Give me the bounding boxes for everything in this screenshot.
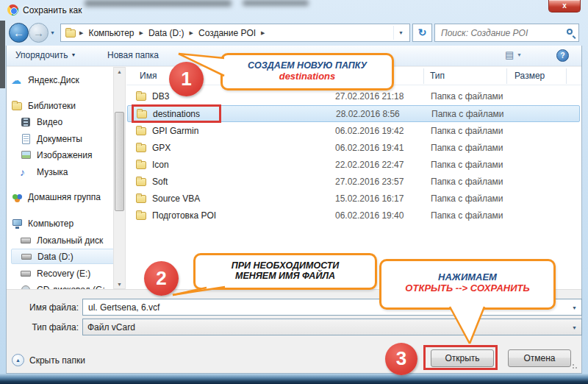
file-row-podgotovka-poi[interactable]: Подготовка POI06.02.2016 19:40Папка с фа…	[127, 207, 580, 224]
title-bar: Сохранить как x	[0, 0, 588, 21]
sidebar-item-data-d[interactable]: Data (D:)	[11, 249, 117, 264]
help-button[interactable]: ?	[556, 49, 569, 62]
folder-icon	[135, 142, 148, 154]
folder-icon	[135, 210, 148, 221]
sidebar-item-video[interactable]: Видео	[20, 114, 126, 129]
breadcrumb-sozdanie-poi[interactable]: Создание POI	[196, 28, 259, 38]
search-input[interactable]	[440, 26, 557, 39]
new-folder-button[interactable]: Новая папка	[107, 50, 159, 60]
navigation-pane: ☁Яндекс.Диск Библиотеки Видео Документы …	[7, 67, 126, 289]
navigation-bar: ← → ▼ ▶ Компьютер ▶ Data (D:) ▶ Создание…	[0, 21, 588, 46]
window-title: Сохранить как	[23, 5, 82, 15]
close-button[interactable]: x	[548, 0, 581, 13]
resize-grip[interactable]	[572, 363, 579, 371]
filename-label: Имя файла:	[8, 302, 79, 313]
organize-button[interactable]: Упорядочить▼	[15, 50, 76, 60]
annotation-callout-rename-file: ПРИ НЕОБХОДИМОСТИ МЕНЯЕМ ИМЯ ФАЙЛА	[193, 253, 377, 290]
sidebar-item-documents[interactable]: Документы	[20, 131, 126, 146]
cd-icon	[20, 284, 32, 290]
column-header-name[interactable]: Имя	[140, 71, 157, 81]
filetype-dropdown[interactable]: Файл vCard ▼	[82, 319, 582, 335]
folder-icon	[135, 193, 148, 205]
file-row-gpi-garmin[interactable]: GPI Garmin06.02.2016 19:42Папка с файлам…	[127, 123, 580, 140]
window-bottom-border	[0, 374, 588, 384]
file-row-source-vba[interactable]: Source VBA15.02.2016 16:17Папка с файлам…	[127, 191, 580, 207]
annotation-step-3: 3	[385, 343, 417, 375]
document-icon	[20, 133, 32, 145]
annotation-callout-press-open: НАЖИМАЕМ ОТКРЫТЬ --> СОХРАНИТЬ	[379, 259, 556, 310]
breadcrumb-separator-icon: ▶	[187, 30, 196, 36]
dialog-body: Упорядочить▼ Новая папка ▤ ▼ ? ☁Яндекс.Д…	[6, 46, 582, 374]
breadcrumb-separator-icon: ▶	[259, 30, 267, 36]
chrome-app-icon	[7, 4, 18, 15]
search-box[interactable]	[434, 24, 579, 42]
annotation-callout-new-folder: СОЗДАЕМ НОВУЮ ПАПКУ destinations	[220, 53, 394, 90]
sidebar-item-homegroup[interactable]: Домашняя группа	[11, 189, 117, 205]
back-button[interactable]: ←	[9, 23, 29, 43]
filetype-label: Тип файла:	[8, 322, 79, 333]
scroll-up-icon[interactable]: ▲	[114, 69, 125, 74]
disk-icon	[21, 251, 33, 263]
breadcrumb-separator-icon: ▶	[137, 30, 146, 36]
scroll-down-icon[interactable]: ▼	[114, 282, 125, 287]
sidebar-item-computer[interactable]: Компьютер	[11, 216, 117, 231]
search-icon	[567, 29, 573, 35]
refresh-button[interactable]: ↻	[412, 24, 432, 42]
sidebar-item-libraries[interactable]: Библиотеки	[11, 98, 117, 113]
recent-pages-chevron-icon[interactable]: ▼	[50, 30, 55, 35]
background-blur	[243, 0, 309, 6]
column-header-type[interactable]: Тип	[430, 71, 445, 81]
sidebar-item-yandex-disk[interactable]: ☁Яндекс.Диск	[11, 72, 117, 88]
disk-icon	[20, 235, 32, 246]
breadcrumb-separator-icon: ▶	[77, 30, 85, 36]
library-icon	[11, 100, 24, 112]
annotation-step-1: 1	[169, 62, 204, 96]
disk-icon	[20, 268, 32, 280]
chevron-down-icon[interactable]: ▼	[572, 325, 577, 330]
annotation-step-2: 2	[144, 261, 179, 296]
file-row-icon[interactable]: Icon22.02.2016 22:47Папка с файлами	[127, 157, 580, 174]
chevron-down-icon: ▼	[68, 52, 76, 57]
sidebar-scrollbar[interactable]: ▲ ▼	[113, 67, 126, 289]
chevron-down-icon[interactable]: ▼	[572, 305, 577, 310]
forward-button[interactable]: →	[29, 23, 49, 43]
sidebar-item-recovery-e[interactable]: Recovery (E:)	[20, 266, 126, 281]
folder-icon	[65, 27, 77, 39]
annotation-rect-open-button	[423, 345, 498, 370]
annotation-rect-destinations	[132, 104, 221, 123]
sidebar-item-music[interactable]: ♪Музыка	[20, 164, 126, 179]
cloud-icon: ☁	[11, 74, 24, 86]
folder-icon	[135, 90, 148, 102]
film-icon	[20, 116, 32, 128]
hide-folders-button[interactable]: ▲ Скрыть папки	[12, 354, 85, 366]
computer-icon	[11, 218, 24, 230]
breadcrumb-computer[interactable]: Компьютер	[85, 28, 137, 38]
address-dropdown-icon[interactable]: ▼	[393, 26, 408, 40]
folder-icon	[135, 176, 148, 188]
scrollbar-thumb[interactable]	[115, 112, 124, 211]
views-button[interactable]: ▤ ▼	[505, 49, 522, 60]
music-note-icon: ♪	[20, 166, 32, 178]
picture-icon	[20, 149, 32, 161]
address-bar[interactable]: ▶ Компьютер ▶ Data (D:) ▶ Создание POI ▶…	[60, 24, 410, 42]
file-row-gpx[interactable]: GPX06.02.2016 19:41Папка с файлами	[127, 140, 580, 157]
column-header-size[interactable]: Размер	[514, 71, 545, 81]
sidebar-item-local-disk[interactable]: Локальный диск	[20, 232, 126, 248]
sidebar-item-pictures[interactable]: Изображения	[20, 147, 126, 163]
breadcrumb-data-d[interactable]: Data (D:)	[146, 28, 187, 38]
folder-icon	[135, 125, 148, 137]
folder-icon	[135, 159, 148, 171]
sidebar-item-cd-drive[interactable]: CD-дисковод (G:	[20, 282, 126, 289]
filetype-value: Файл vCard	[87, 322, 135, 333]
homegroup-icon	[11, 191, 24, 203]
cancel-button[interactable]: Отмена	[508, 349, 571, 367]
chevron-up-icon: ▲	[12, 354, 24, 366]
background-blur	[85, 0, 232, 7]
file-row-soft[interactable]: Soft27.02.2016 23:57Папка с файлами	[127, 174, 580, 191]
